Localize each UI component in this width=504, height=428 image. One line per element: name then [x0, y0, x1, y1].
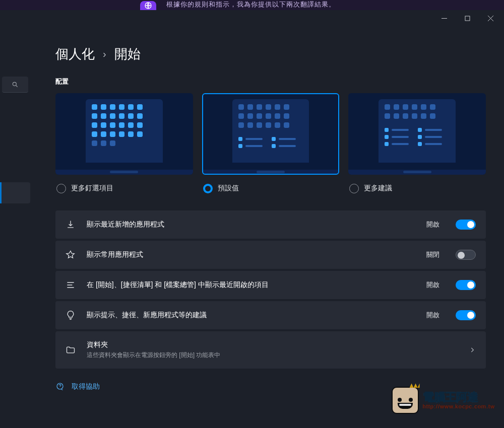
search-button[interactable]: [2, 77, 28, 93]
layout-option-more-pins[interactable]: [55, 93, 193, 175]
toggle-state-label: 開啟: [426, 311, 439, 320]
sidebar: [0, 26, 30, 428]
setting-row-recent-items[interactable]: 在 [開始]、[捷徑清單] 和 [檔案總管] 中顯示最近開啟的項目 開啟: [55, 271, 486, 299]
chevron-right-icon: [469, 346, 476, 353]
window-titlebar: [0, 10, 504, 26]
radio-default[interactable]: 預設值: [202, 182, 340, 195]
radio-more-pins[interactable]: 更多釘選項目: [55, 182, 193, 195]
breadcrumb: 個人化 › 開始: [55, 45, 486, 63]
external-banner: 根據你的規則和指示，我為你提供以下兩次翻譯結果。: [0, 0, 504, 10]
content-area: 個人化 › 開始 配置: [30, 26, 504, 428]
toggle-state-label: 開啟: [426, 280, 439, 290]
section-label-layout: 配置: [55, 77, 486, 86]
setting-title: 顯示常用應用程式: [87, 250, 415, 259]
folder-icon: [66, 345, 76, 355]
layout-options: [55, 93, 486, 175]
toggle-state-label: 開啟: [426, 220, 439, 229]
toggle-most-used[interactable]: [456, 250, 476, 260]
settings-window: 個人化 › 開始 配置: [0, 10, 504, 428]
radio-icon: [349, 184, 359, 193]
layout-option-more-recommendations[interactable]: [348, 93, 486, 175]
setting-subtitle: 這些資料夾會顯示在電源按鈕旁的 [開始] 功能表中: [87, 351, 458, 360]
window-minimize-button[interactable]: [432, 10, 456, 26]
download-icon: [66, 220, 76, 230]
layout-radio-group: 更多釘選項目 預設值 更多建議: [55, 182, 486, 195]
toggle-recent-apps[interactable]: [456, 220, 476, 230]
toggle-recommendations[interactable]: [456, 310, 476, 320]
search-icon: [12, 81, 19, 88]
radio-more-recommendations[interactable]: 更多建議: [348, 182, 486, 195]
radio-label: 預設值: [218, 184, 239, 193]
sidebar-item-active[interactable]: [0, 182, 30, 203]
toggle-recent-items[interactable]: [456, 280, 476, 290]
breadcrumb-current: 開始: [114, 45, 141, 63]
list-icon: [66, 280, 76, 290]
setting-title: 顯示提示、捷徑、新應用程式等的建議: [87, 311, 415, 320]
radio-icon: [203, 184, 213, 193]
setting-row-recent-apps[interactable]: 顯示最近新增的應用程式 開啟: [55, 210, 486, 239]
settings-list: 顯示最近新增的應用程式 開啟 顯示常用應用程式 關閉 在 [: [55, 210, 486, 369]
window-close-button[interactable]: [479, 10, 502, 26]
help-icon: [55, 382, 65, 392]
toggle-state-label: 關閉: [426, 250, 439, 259]
chevron-right-icon: ›: [103, 48, 106, 60]
setting-row-folders[interactable]: 資料夾 這些資料夾會顯示在電源按鈕旁的 [開始] 功能表中: [55, 331, 486, 369]
get-help-link[interactable]: 取得協助: [72, 382, 100, 391]
radio-icon: [56, 184, 66, 193]
setting-row-recommendations[interactable]: 顯示提示、捷徑、新應用程式等的建議 開啟: [55, 301, 486, 329]
setting-title: 在 [開始]、[捷徑清單] 和 [檔案總管] 中顯示最近開啟的項目: [87, 280, 415, 290]
setting-title: 顯示最近新增的應用程式: [87, 220, 415, 229]
banner-text: 根據你的規則和指示，我為你提供以下兩次翻譯結果。: [166, 0, 336, 9]
window-maximize-button[interactable]: [456, 10, 479, 26]
layout-option-default[interactable]: [202, 93, 340, 175]
svg-point-2: [13, 82, 16, 86]
breadcrumb-parent[interactable]: 個人化: [55, 45, 95, 63]
lightbulb-icon: [66, 310, 76, 320]
setting-title: 資料夾: [87, 340, 458, 349]
radio-label: 更多建議: [364, 184, 392, 193]
banner-badge-icon: [140, 1, 156, 10]
help-links: 取得協助: [55, 382, 486, 392]
star-icon: [66, 250, 76, 260]
svg-rect-1: [465, 16, 470, 21]
radio-label: 更多釘選項目: [71, 184, 113, 193]
setting-row-most-used[interactable]: 顯示常用應用程式 關閉: [55, 241, 486, 269]
